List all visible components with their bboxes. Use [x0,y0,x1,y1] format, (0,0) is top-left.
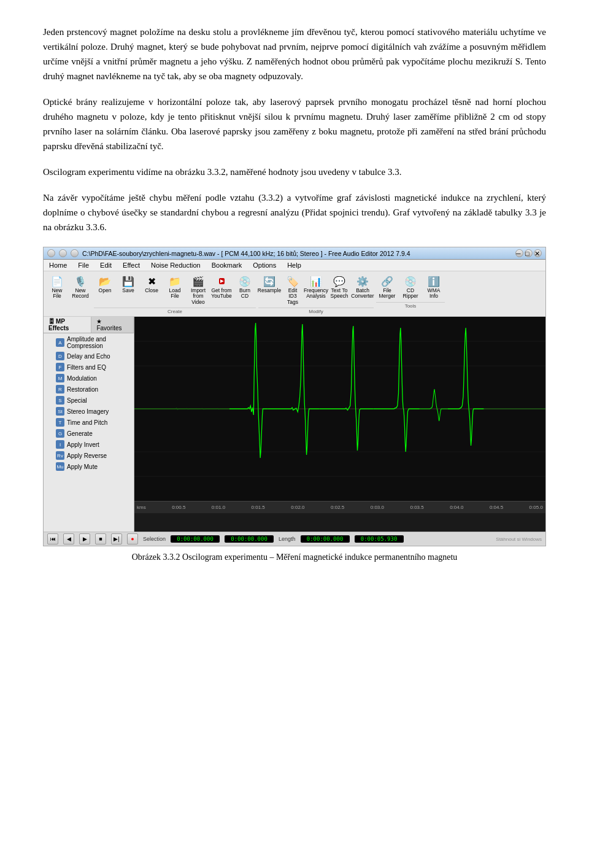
titlebar-min-btn[interactable] [59,249,67,257]
effect-item-special[interactable]: S Special [44,395,134,406]
menu-noise-reduction[interactable]: Noise Reduction [148,261,204,269]
timeline-label-1: 0:00.5 [172,505,185,510]
effect-item-generate[interactable]: G Generate [44,428,134,439]
toolbar-new-record-btn[interactable]: 🎙️ NewRecord [69,273,91,301]
transport-record-btn[interactable]: ● [127,533,138,544]
effect-item-restoration[interactable]: R Restoration [44,384,134,395]
invert-icon: I [56,440,64,449]
effect-item-filters[interactable]: F Filters and EQ [44,362,134,373]
toolbar-burn-cd-btn[interactable]: 💿 BurnCD [234,273,256,306]
effect-item-modulation[interactable]: M Modulation [44,373,134,384]
save-icon: 💾 [121,274,135,288]
menu-bookmark[interactable]: Bookmark [209,261,245,269]
timeline-label-2: 0:01.0 [212,505,225,510]
win-min-btn[interactable]: ─ [515,249,523,257]
new-file-icon: 📄 [50,274,64,288]
transport-prev-btn[interactable]: ◀ [63,533,74,544]
app-titlebar: C:\PhD\FAE-soubory\zrychleni-magnetu-8.w… [44,247,545,260]
batch-label: BatchConverter [351,288,374,300]
get-youtube-label: Get fromYouTube [211,288,231,300]
special-icon: S [56,396,64,405]
toolbar-resample-btn[interactable]: 🔄 Resample [258,273,280,306]
waveform-canvas [134,317,545,501]
menu-effect[interactable]: Effect [120,261,143,269]
effect-item-delay[interactable]: D Delay and Echo [44,351,134,362]
paragraph-1: Jeden prstencový magnet položíme na desk… [43,25,546,83]
effect-item-reverse[interactable]: Rv Apply Reverse [44,450,134,461]
merger-icon: 🔗 [380,274,394,288]
page-container: Jeden prstencový magnet položíme na desk… [0,0,589,605]
new-record-icon: 🎙️ [74,274,87,288]
toolbar-import-video-btn[interactable]: 🎬 Importfrom Video [187,273,209,306]
tab-favorites[interactable]: ★ Favorites [91,317,134,333]
menu-edit[interactable]: Edit [97,261,115,269]
wma-label: WMAInfo [428,288,441,300]
activate-notice: Stáhnout si Windows [496,537,542,542]
win-close-btn[interactable]: ✕ [534,249,542,257]
toolbar-tts-btn[interactable]: 💬 Text ToSpeech [328,273,350,306]
restoration-icon: R [56,385,64,393]
mp-effects-icon: 🎛 [48,318,55,325]
reverse-icon: Rv [56,451,64,460]
titlebar-close-btn[interactable] [47,249,55,257]
app-screenshot: C:\PhD\FAE-soubory\zrychleni-magnetu-8.w… [43,247,546,546]
selection-start-display: 0:00:00.000 [171,535,220,543]
toolbar-freq-btn[interactable]: 📊 FrequencyAnalysis [305,273,327,306]
effect-item-amplitude[interactable]: A Amplitude and Compression [44,335,134,351]
toolbar-wma-btn[interactable]: ℹ️ WMAInfo [423,273,445,301]
text-block-1: Jeden prstencový magnet položíme na desk… [43,25,546,83]
freq-icon: 📊 [309,274,323,288]
modify-section-label: Modify [258,308,374,314]
transport-next-btn[interactable]: ▶| [111,533,122,544]
menu-help[interactable]: Help [284,261,304,269]
id3-label: Edit ID3Tags [283,288,302,305]
win-max-btn[interactable]: □ [525,249,533,257]
modulation-icon: M [56,374,64,382]
merger-label: FileMerger [379,288,396,300]
toolbar-cd-ripper-btn[interactable]: 💿 CDRipper [399,273,422,301]
effect-item-time[interactable]: T Time and Pitch [44,417,134,428]
burn-cd-icon: 💿 [238,274,252,288]
effects-sidebar: 🎛MP Effects ★ Favorites A Amplitude and … [44,317,134,532]
timeline-label-7: 0:03.5 [410,505,423,510]
transport-play-btn[interactable]: ▶ [79,533,90,544]
transport-stop-btn[interactable]: ■ [95,533,106,544]
timeline-label-3: 0:01.5 [252,505,265,510]
length-label: Length [279,536,296,542]
freq-label: FrequencyAnalysis [304,288,328,300]
id3-icon: 🏷️ [286,274,299,288]
effect-item-stereo[interactable]: St Stereo Imagery [44,406,134,417]
titlebar-left: C:\PhD\FAE-soubory\zrychleni-magnetu-8.w… [47,249,410,257]
resample-label: Resample [258,288,281,293]
effect-item-invert[interactable]: I Apply Invert [44,439,134,450]
cd-ripper-icon: 💿 [404,274,417,288]
toolbar-merger-btn[interactable]: 🔗 FileMerger [376,273,398,301]
effect-item-mute[interactable]: Mu Apply Mute [44,461,134,472]
menu-home[interactable]: Home [46,261,70,269]
new-record-label: NewRecord [72,288,88,300]
toolbar-open-btn[interactable]: 📂 Open [94,273,116,306]
save-label: Save [122,288,134,293]
timeline-label-10: 0:05.0 [529,505,543,510]
toolbar-batch-btn[interactable]: ⚙️ BatchConverter [352,273,374,306]
import-video-label: Importfrom Video [189,288,207,305]
toolbar-new-file-btn[interactable]: 📄 NewFile [46,273,68,301]
toolbar-close-btn[interactable]: ✖ Close [141,273,163,306]
create-section-label: Create [94,308,256,314]
burn-cd-label: BurnCD [239,288,250,300]
menu-options[interactable]: Options [250,261,279,269]
toolbar-get-youtube-btn[interactable]: ▶ Get fromYouTube [210,273,233,306]
transport-rewind-btn[interactable]: ⏮ [47,533,58,544]
timeline: kms 0:00.5 0:01.0 0:01.5 0:02.0 0:02.5 0… [134,501,545,513]
menu-file[interactable]: File [75,261,92,269]
app-menubar: Home File Edit Effect Noise Reduction Bo… [44,260,545,271]
app-statusbar: ⏮ ◀ ▶ ■ ▶| ● Selection 0:00:00.000 0:00:… [44,532,545,546]
timeline-label-8: 0:04.0 [450,505,463,510]
titlebar-max-btn[interactable] [71,249,79,257]
tab-mp-effects[interactable]: 🎛MP Effects [44,317,91,333]
delay-icon: D [56,352,64,360]
load-file-label: LoadFile [169,288,181,300]
toolbar-id3-btn[interactable]: 🏷️ Edit ID3Tags [282,273,304,306]
toolbar-save-btn[interactable]: 💾 Save [117,273,139,306]
toolbar-load-file-btn[interactable]: 📁 LoadFile [164,273,186,306]
